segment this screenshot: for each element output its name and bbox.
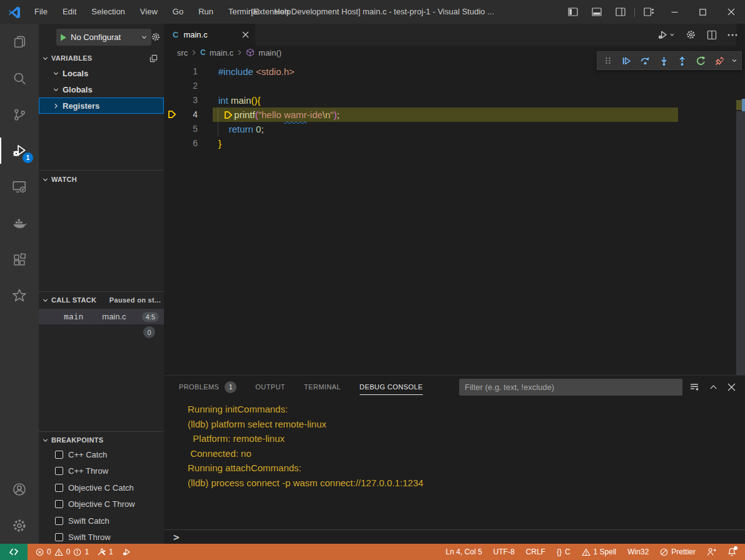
maximize-panel-icon[interactable] bbox=[709, 382, 718, 392]
star-icon[interactable] bbox=[0, 278, 39, 314]
clear-console-icon[interactable] bbox=[689, 382, 699, 392]
settings-gear-icon[interactable] bbox=[0, 508, 39, 544]
debug-console-filter-input[interactable] bbox=[459, 379, 682, 396]
code-line-4[interactable]: 4 printf("hello wamr-ide\n"); bbox=[164, 108, 736, 122]
maximize-button-icon[interactable] bbox=[689, 0, 717, 24]
panel-tab-debug-console[interactable]: DEBUG CONSOLE bbox=[360, 376, 423, 398]
extensions-icon[interactable] bbox=[0, 241, 39, 278]
code-line-6[interactable]: 6} bbox=[164, 136, 736, 151]
remote-explorer-icon[interactable] bbox=[0, 169, 39, 205]
line-number[interactable]: 3 bbox=[164, 93, 198, 108]
close-button-icon[interactable] bbox=[717, 0, 745, 24]
split-editor-icon[interactable] bbox=[707, 30, 717, 40]
run-and-debug-icon[interactable]: 1 bbox=[0, 132, 39, 169]
breakpoint-row[interactable]: C++ Catch bbox=[39, 446, 164, 462]
customize-layout-icon[interactable] bbox=[637, 0, 661, 24]
overview-ruler[interactable] bbox=[736, 24, 745, 375]
encoding-indicator[interactable]: UTF-8 bbox=[494, 548, 515, 556]
panel-tab-problems[interactable]: PROBLEMS1 bbox=[179, 376, 236, 398]
chevron-down-icon[interactable] bbox=[730, 52, 739, 69]
eol-indicator[interactable]: CRLF bbox=[526, 548, 545, 556]
minimize-button-icon[interactable] bbox=[661, 0, 689, 24]
breakpoint-checkbox[interactable] bbox=[55, 500, 63, 508]
breakpoint-checkbox[interactable] bbox=[55, 533, 63, 541]
breakpoint-checkbox[interactable] bbox=[55, 484, 63, 492]
line-number[interactable]: 5 bbox=[164, 122, 198, 136]
breakpoint-checkbox[interactable] bbox=[55, 467, 63, 475]
code-line-2[interactable]: 2 bbox=[164, 79, 736, 93]
debug-step-into-icon[interactable] bbox=[656, 52, 672, 69]
notifications-bell-icon[interactable] bbox=[727, 548, 736, 557]
menu-selection[interactable]: Selection bbox=[84, 0, 132, 24]
toggle-secondary-sidebar-icon[interactable] bbox=[609, 0, 632, 24]
copy-value-icon[interactable] bbox=[149, 54, 158, 63]
variables-scope-locals[interactable]: Locals bbox=[39, 65, 164, 81]
line-number[interactable]: 6 bbox=[164, 136, 198, 151]
search-icon[interactable] bbox=[0, 60, 39, 96]
docker-icon[interactable] bbox=[0, 205, 39, 241]
line-number[interactable]: 4 bbox=[164, 108, 198, 122]
tools-status[interactable]: 1 bbox=[97, 548, 113, 556]
debug-continue-icon[interactable] bbox=[619, 52, 635, 69]
platform-indicator[interactable]: Win32 bbox=[627, 548, 649, 556]
breadcrumb-symbol[interactable]: main() bbox=[258, 48, 281, 58]
scrollbar-slider[interactable] bbox=[736, 111, 745, 375]
accounts-icon[interactable] bbox=[0, 471, 39, 508]
menu-view[interactable]: View bbox=[133, 0, 165, 24]
watch-section-header[interactable]: WATCH bbox=[39, 172, 164, 186]
formatter-status[interactable]: Prettier bbox=[660, 548, 696, 556]
panel-tab-output[interactable]: OUTPUT bbox=[255, 376, 285, 398]
code-area[interactable]: 1#include <stdio.h>23int main(){4 printf… bbox=[164, 59, 736, 375]
source-control-icon[interactable] bbox=[0, 96, 39, 132]
breadcrumb-file[interactable]: main.c bbox=[210, 48, 233, 58]
breakpoint-row[interactable]: Objective C Catch bbox=[39, 479, 164, 496]
breakpoint-row[interactable]: Objective C Throw bbox=[39, 496, 164, 512]
toolbar-drag-handle-icon[interactable] bbox=[600, 52, 616, 69]
variables-section-header[interactable]: VARIABLES bbox=[39, 51, 164, 65]
language-mode[interactable]: {} C bbox=[557, 548, 570, 556]
panel-tab-terminal[interactable]: TERMINAL bbox=[304, 376, 341, 398]
breakpoint-checkbox[interactable] bbox=[55, 517, 63, 525]
code-line-3[interactable]: 3int main(){ bbox=[164, 93, 736, 108]
menu-file[interactable]: File bbox=[27, 0, 55, 24]
tab-main-c[interactable]: C main.c bbox=[164, 24, 255, 46]
stack-frame-row[interactable]: main main.c 4:5 bbox=[39, 309, 164, 324]
debug-step-out-icon[interactable] bbox=[674, 52, 691, 69]
variables-scope-registers[interactable]: Registers bbox=[39, 98, 164, 114]
explorer-icon[interactable] bbox=[0, 24, 39, 60]
menu-edit[interactable]: Edit bbox=[55, 0, 84, 24]
more-actions-icon[interactable] bbox=[727, 34, 737, 36]
problems-summary[interactable]: 0 0 1 bbox=[36, 548, 89, 556]
line-number[interactable]: 2 bbox=[164, 79, 198, 93]
debug-status-icon[interactable] bbox=[121, 548, 131, 557]
breakpoint-row[interactable]: C++ Throw bbox=[39, 463, 164, 479]
call-stack-section-header[interactable]: CALL STACK Paused on st... bbox=[39, 293, 164, 307]
breadcrumb-folder[interactable]: src bbox=[177, 48, 188, 58]
debug-console-input[interactable]: > bbox=[164, 529, 745, 544]
remote-indicator[interactable] bbox=[0, 544, 28, 560]
code-line-5[interactable]: 5 return 0; bbox=[164, 122, 736, 136]
debug-restart-icon[interactable] bbox=[693, 52, 709, 69]
feedback-person-icon[interactable] bbox=[707, 548, 716, 556]
debug-disconnect-icon[interactable] bbox=[711, 52, 727, 69]
toggle-primary-sidebar-icon[interactable] bbox=[561, 0, 585, 24]
menu-go[interactable]: Go bbox=[165, 0, 191, 24]
close-panel-icon[interactable] bbox=[727, 383, 736, 391]
cursor-position[interactable]: Ln 4, Col 5 bbox=[446, 548, 482, 556]
line-number[interactable]: 1 bbox=[164, 64, 198, 79]
debug-step-over-icon[interactable] bbox=[637, 52, 653, 69]
breakpoints-section-header[interactable]: BREAKPOINTS bbox=[39, 433, 164, 447]
debug-start-icon[interactable] bbox=[60, 34, 67, 41]
spell-checker-status[interactable]: 1 Spell bbox=[582, 548, 617, 556]
toggle-panel-icon[interactable] bbox=[585, 0, 609, 24]
breakpoint-row[interactable]: Swift Catch bbox=[39, 512, 164, 529]
breakpoint-row[interactable]: Swift Throw bbox=[39, 529, 164, 544]
editor-settings-gear-icon[interactable] bbox=[686, 29, 696, 40]
debug-settings-gear-icon[interactable] bbox=[151, 32, 161, 42]
debug-configuration-dropdown[interactable]: No Configurat bbox=[56, 29, 151, 46]
run-or-debug-icon[interactable] bbox=[657, 29, 675, 41]
tab-close-icon[interactable] bbox=[242, 31, 249, 38]
breakpoint-checkbox[interactable] bbox=[55, 451, 63, 459]
variables-scope-globals[interactable]: Globals bbox=[39, 81, 164, 98]
menu-run[interactable]: Run bbox=[191, 0, 221, 24]
